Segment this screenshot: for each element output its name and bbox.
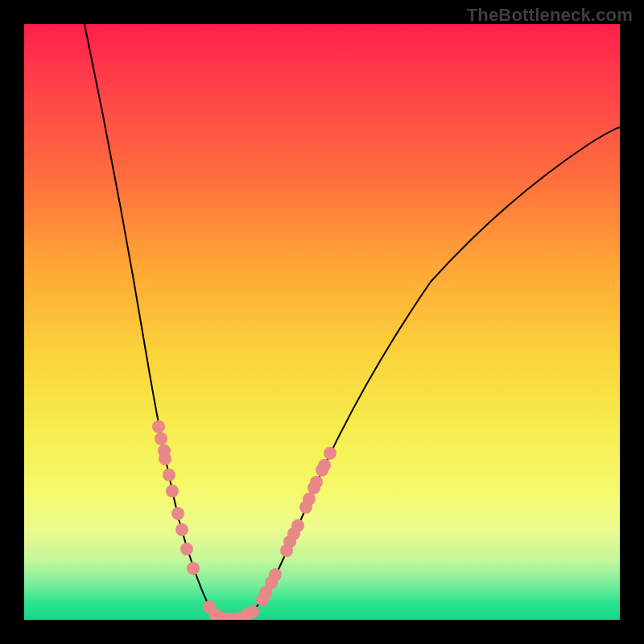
svg-point-27 <box>303 493 316 506</box>
svg-point-4 <box>163 469 175 481</box>
svg-point-32 <box>324 447 336 460</box>
curve-left-branch <box>85 24 230 620</box>
svg-point-17 <box>246 605 259 618</box>
svg-point-3 <box>159 452 171 465</box>
svg-point-21 <box>269 568 282 581</box>
chart-frame: TheBottleneck.com <box>0 0 644 644</box>
svg-point-5 <box>166 485 179 497</box>
svg-point-1 <box>155 432 167 445</box>
watermark-text: TheBottleneck.com <box>467 5 633 26</box>
svg-point-25 <box>291 519 304 532</box>
curve-svg <box>24 24 620 620</box>
svg-point-31 <box>318 459 331 472</box>
svg-point-7 <box>175 523 188 536</box>
svg-point-8 <box>180 543 193 555</box>
scatter-dots <box>152 420 336 620</box>
plot-area <box>24 24 620 620</box>
svg-point-9 <box>187 562 200 575</box>
svg-point-29 <box>310 476 323 489</box>
svg-point-0 <box>152 420 165 433</box>
svg-point-6 <box>171 507 184 520</box>
